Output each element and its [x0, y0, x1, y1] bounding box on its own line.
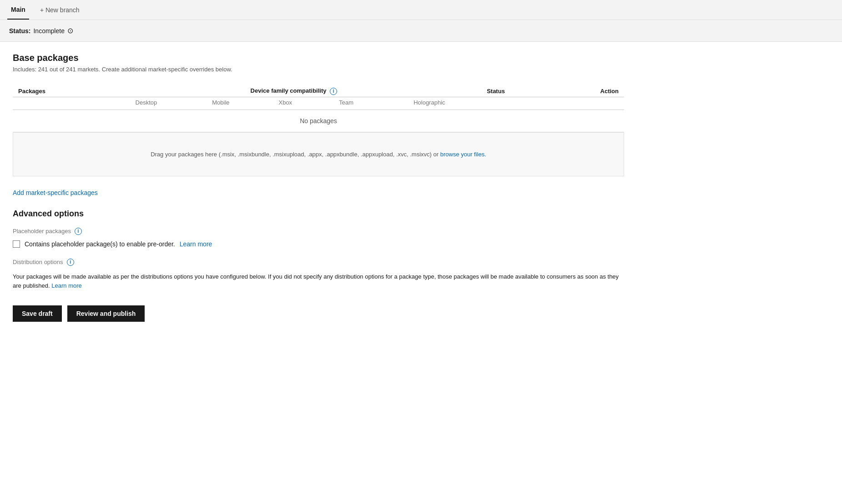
distribution-options-label: Distribution options i: [13, 259, 624, 266]
sub-col-desktop: Desktop: [106, 97, 187, 110]
button-row: Save draft Review and publish: [13, 305, 624, 322]
distribution-description: Your packages will be made available as …: [13, 272, 624, 291]
packages-table: Packages Device family compatibility i S…: [13, 84, 624, 132]
col-dfc-header: Device family compatibility i: [106, 84, 482, 97]
col-packages: Packages: [13, 84, 106, 97]
placeholder-learn-more-link[interactable]: Learn more: [180, 240, 212, 248]
drag-drop-area[interactable]: Drag your packages here (.msix, .msixbun…: [13, 132, 624, 176]
advanced-options-title: Advanced options: [13, 209, 624, 219]
main-content: Base packages Includes: 241 out of 241 m…: [0, 42, 637, 333]
placeholder-checkbox-label: Contains placeholder package(s) to enabl…: [25, 240, 175, 248]
distribution-info-icon[interactable]: i: [67, 259, 74, 266]
status-bar: Status: Incomplete ⊙: [0, 20, 842, 42]
base-packages-title: Base packages: [13, 53, 624, 63]
main-tab[interactable]: Main: [7, 0, 29, 20]
top-bar: Main + New branch: [0, 0, 842, 20]
placeholder-packages-label: Placeholder packages i: [13, 228, 624, 235]
sub-col-xbox: Xbox: [256, 97, 315, 110]
placeholder-checkbox[interactable]: [13, 240, 20, 248]
sub-col-empty: [13, 97, 106, 110]
status-value: Incomplete: [33, 27, 64, 35]
base-packages-subtitle: Includes: 241 out of 241 markets. Create…: [13, 66, 624, 73]
sub-col-status-empty: [481, 97, 552, 110]
status-label: Status:: [9, 27, 30, 35]
save-draft-button[interactable]: Save draft: [13, 305, 62, 322]
browse-files-link[interactable]: browse your files.: [440, 151, 486, 158]
dfc-info-icon[interactable]: i: [330, 88, 337, 95]
status-icon: ⊙: [67, 26, 73, 35]
col-action: Action: [552, 84, 624, 97]
placeholder-info-icon[interactable]: i: [75, 228, 82, 235]
col-status: Status: [481, 84, 552, 97]
no-packages-cell: No packages: [13, 110, 624, 132]
distribution-learn-more-link[interactable]: Learn more: [51, 282, 81, 289]
new-branch-button[interactable]: + New branch: [40, 6, 80, 14]
add-market-link[interactable]: Add market-specific packages: [13, 189, 98, 196]
sub-col-action-empty: [552, 97, 624, 110]
drag-drop-text: Drag your packages here (.msix, .msixbun…: [151, 151, 440, 158]
placeholder-checkbox-row: Contains placeholder package(s) to enabl…: [13, 240, 624, 248]
sub-col-mobile: Mobile: [186, 97, 256, 110]
sub-col-holographic: Holographic: [378, 97, 482, 110]
sub-col-team: Team: [315, 97, 378, 110]
no-packages-row: No packages: [13, 110, 624, 132]
review-publish-button[interactable]: Review and publish: [67, 305, 145, 322]
